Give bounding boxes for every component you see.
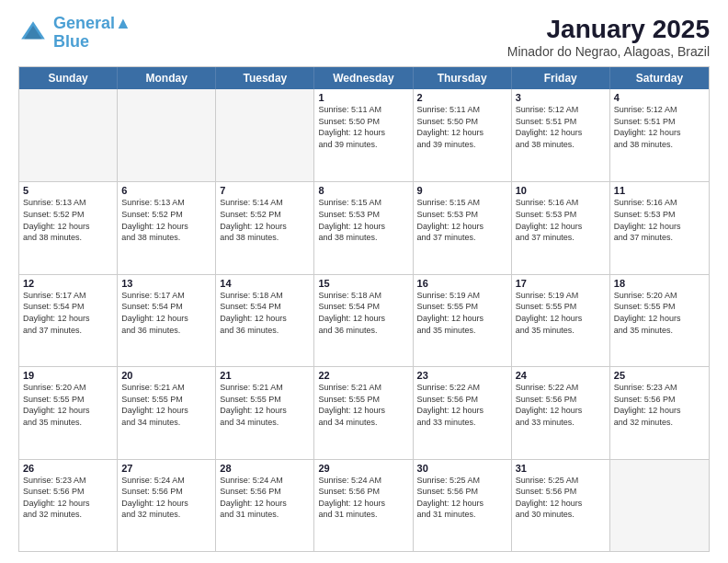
day-cell — [118, 89, 216, 181]
day-cell — [610, 460, 709, 551]
day-cell: 9Sunrise: 5:15 AM Sunset: 5:53 PM Daylig… — [414, 182, 512, 273]
day-header-friday: Friday — [512, 67, 610, 89]
day-info: Sunrise: 5:25 AM Sunset: 5:56 PM Dayligh… — [516, 475, 606, 521]
day-cell: 4Sunrise: 5:12 AM Sunset: 5:51 PM Daylig… — [610, 89, 709, 181]
day-number: 13 — [121, 278, 211, 289]
day-cell: 18Sunrise: 5:20 AM Sunset: 5:55 PM Dayli… — [610, 275, 709, 366]
day-info: Sunrise: 5:11 AM Sunset: 5:50 PM Dayligh… — [417, 104, 507, 150]
day-cell: 15Sunrise: 5:18 AM Sunset: 5:54 PM Dayli… — [314, 275, 413, 366]
day-info: Sunrise: 5:17 AM Sunset: 5:54 PM Dayligh… — [121, 290, 211, 336]
day-number: 22 — [318, 370, 408, 381]
day-number: 4 — [614, 92, 705, 103]
day-info: Sunrise: 5:24 AM Sunset: 5:56 PM Dayligh… — [121, 475, 211, 521]
location-subtitle: Minador do Negrao, Alagoas, Brazil — [507, 44, 710, 59]
day-info: Sunrise: 5:19 AM Sunset: 5:55 PM Dayligh… — [516, 290, 606, 336]
week-row-3: 19Sunrise: 5:20 AM Sunset: 5:55 PM Dayli… — [19, 366, 709, 458]
calendar-body: 1Sunrise: 5:11 AM Sunset: 5:50 PM Daylig… — [19, 89, 709, 551]
day-number: 23 — [417, 370, 507, 381]
day-header-saturday: Saturday — [610, 67, 709, 89]
day-info: Sunrise: 5:25 AM Sunset: 5:56 PM Dayligh… — [417, 475, 507, 521]
day-cell: 23Sunrise: 5:22 AM Sunset: 5:56 PM Dayli… — [414, 367, 512, 458]
day-info: Sunrise: 5:15 AM Sunset: 5:53 PM Dayligh… — [417, 197, 507, 243]
week-row-2: 12Sunrise: 5:17 AM Sunset: 5:54 PM Dayli… — [19, 274, 709, 366]
day-number: 16 — [417, 278, 507, 289]
day-info: Sunrise: 5:14 AM Sunset: 5:52 PM Dayligh… — [220, 197, 310, 243]
page: General▲ Blue January 2025 Minador do Ne… — [0, 0, 728, 563]
day-header-wednesday: Wednesday — [314, 67, 413, 89]
day-number: 6 — [121, 185, 211, 196]
day-cell: 30Sunrise: 5:25 AM Sunset: 5:56 PM Dayli… — [414, 460, 512, 551]
day-number: 31 — [516, 463, 606, 474]
day-cell: 20Sunrise: 5:21 AM Sunset: 5:55 PM Dayli… — [118, 367, 216, 458]
logo-text: General▲ Blue — [53, 15, 131, 52]
day-number: 20 — [121, 370, 211, 381]
day-info: Sunrise: 5:13 AM Sunset: 5:52 PM Dayligh… — [23, 197, 113, 243]
day-info: Sunrise: 5:20 AM Sunset: 5:55 PM Dayligh… — [614, 290, 705, 336]
day-info: Sunrise: 5:15 AM Sunset: 5:53 PM Dayligh… — [318, 197, 408, 243]
day-cell: 10Sunrise: 5:16 AM Sunset: 5:53 PM Dayli… — [512, 182, 610, 273]
day-headers: SundayMondayTuesdayWednesdayThursdayFrid… — [19, 67, 709, 89]
logo: General▲ Blue — [18, 15, 131, 52]
day-number: 21 — [220, 370, 310, 381]
day-number: 1 — [318, 92, 408, 103]
day-number: 25 — [614, 370, 705, 381]
day-number: 8 — [318, 185, 408, 196]
day-cell: 3Sunrise: 5:12 AM Sunset: 5:51 PM Daylig… — [512, 89, 610, 181]
day-number: 14 — [220, 278, 310, 289]
day-number: 5 — [23, 185, 113, 196]
day-cell: 26Sunrise: 5:23 AM Sunset: 5:56 PM Dayli… — [19, 460, 118, 551]
day-cell: 29Sunrise: 5:24 AM Sunset: 5:56 PM Dayli… — [314, 460, 413, 551]
day-number: 28 — [220, 463, 310, 474]
day-cell: 16Sunrise: 5:19 AM Sunset: 5:55 PM Dayli… — [414, 275, 512, 366]
day-number: 11 — [614, 185, 705, 196]
day-cell: 5Sunrise: 5:13 AM Sunset: 5:52 PM Daylig… — [19, 182, 118, 273]
day-cell: 24Sunrise: 5:22 AM Sunset: 5:56 PM Dayli… — [512, 367, 610, 458]
day-cell: 25Sunrise: 5:23 AM Sunset: 5:56 PM Dayli… — [610, 367, 709, 458]
day-cell: 22Sunrise: 5:21 AM Sunset: 5:55 PM Dayli… — [314, 367, 413, 458]
day-info: Sunrise: 5:12 AM Sunset: 5:51 PM Dayligh… — [516, 104, 606, 150]
header: General▲ Blue January 2025 Minador do Ne… — [18, 15, 710, 59]
day-cell: 8Sunrise: 5:15 AM Sunset: 5:53 PM Daylig… — [314, 182, 413, 273]
day-header-sunday: Sunday — [19, 67, 118, 89]
day-cell — [216, 89, 314, 181]
week-row-4: 26Sunrise: 5:23 AM Sunset: 5:56 PM Dayli… — [19, 459, 709, 551]
month-title: January 2025 — [507, 15, 710, 44]
day-info: Sunrise: 5:22 AM Sunset: 5:56 PM Dayligh… — [516, 382, 606, 428]
day-cell: 27Sunrise: 5:24 AM Sunset: 5:56 PM Dayli… — [118, 460, 216, 551]
day-cell — [19, 89, 118, 181]
day-info: Sunrise: 5:18 AM Sunset: 5:54 PM Dayligh… — [318, 290, 408, 336]
day-info: Sunrise: 5:20 AM Sunset: 5:55 PM Dayligh… — [23, 382, 113, 428]
day-cell: 2Sunrise: 5:11 AM Sunset: 5:50 PM Daylig… — [414, 89, 512, 181]
day-cell: 7Sunrise: 5:14 AM Sunset: 5:52 PM Daylig… — [216, 182, 314, 273]
day-info: Sunrise: 5:18 AM Sunset: 5:54 PM Dayligh… — [220, 290, 310, 336]
day-cell: 31Sunrise: 5:25 AM Sunset: 5:56 PM Dayli… — [512, 460, 610, 551]
day-cell: 28Sunrise: 5:24 AM Sunset: 5:56 PM Dayli… — [216, 460, 314, 551]
calendar: SundayMondayTuesdayWednesdayThursdayFrid… — [18, 66, 710, 552]
day-cell: 6Sunrise: 5:13 AM Sunset: 5:52 PM Daylig… — [118, 182, 216, 273]
day-cell: 14Sunrise: 5:18 AM Sunset: 5:54 PM Dayli… — [216, 275, 314, 366]
day-number: 2 — [417, 92, 507, 103]
day-cell: 17Sunrise: 5:19 AM Sunset: 5:55 PM Dayli… — [512, 275, 610, 366]
day-number: 27 — [121, 463, 211, 474]
day-info: Sunrise: 5:19 AM Sunset: 5:55 PM Dayligh… — [417, 290, 507, 336]
title-area: January 2025 Minador do Negrao, Alagoas,… — [507, 15, 710, 59]
day-number: 9 — [417, 185, 507, 196]
day-info: Sunrise: 5:12 AM Sunset: 5:51 PM Dayligh… — [614, 104, 705, 150]
week-row-0: 1Sunrise: 5:11 AM Sunset: 5:50 PM Daylig… — [19, 89, 709, 181]
day-info: Sunrise: 5:24 AM Sunset: 5:56 PM Dayligh… — [220, 475, 310, 521]
day-info: Sunrise: 5:23 AM Sunset: 5:56 PM Dayligh… — [614, 382, 705, 428]
day-number: 15 — [318, 278, 408, 289]
day-info: Sunrise: 5:24 AM Sunset: 5:56 PM Dayligh… — [318, 475, 408, 521]
logo-icon — [18, 18, 48, 48]
day-cell: 21Sunrise: 5:21 AM Sunset: 5:55 PM Dayli… — [216, 367, 314, 458]
day-number: 30 — [417, 463, 507, 474]
day-header-tuesday: Tuesday — [216, 67, 314, 89]
day-cell: 19Sunrise: 5:20 AM Sunset: 5:55 PM Dayli… — [19, 367, 118, 458]
day-number: 19 — [23, 370, 113, 381]
day-number: 18 — [614, 278, 705, 289]
day-header-monday: Monday — [118, 67, 216, 89]
day-info: Sunrise: 5:21 AM Sunset: 5:55 PM Dayligh… — [121, 382, 211, 428]
day-number: 24 — [516, 370, 606, 381]
day-info: Sunrise: 5:22 AM Sunset: 5:56 PM Dayligh… — [417, 382, 507, 428]
week-row-1: 5Sunrise: 5:13 AM Sunset: 5:52 PM Daylig… — [19, 181, 709, 273]
